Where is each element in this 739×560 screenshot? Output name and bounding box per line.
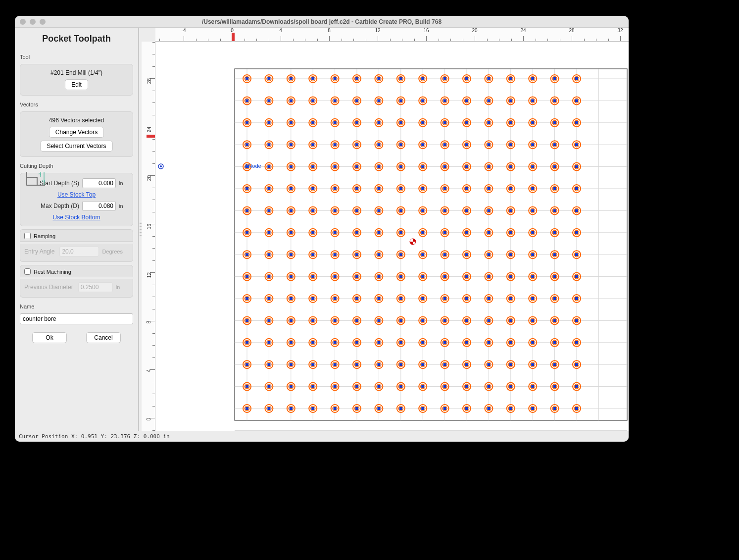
svg-rect-730 — [355, 385, 358, 388]
svg-rect-121 — [465, 99, 468, 102]
svg-rect-496 — [399, 275, 402, 278]
svg-rect-163 — [421, 121, 424, 124]
svg-rect-385 — [290, 231, 293, 234]
svg-rect-595 — [421, 319, 424, 322]
svg-rect-559 — [509, 297, 512, 300]
svg-rect-286 — [267, 187, 270, 190]
svg-rect-376 — [575, 209, 578, 212]
svg-rect-523 — [246, 297, 248, 300]
svg-rect-196 — [311, 143, 314, 146]
svg-rect-85 — [553, 77, 556, 80]
svg-rect-694 — [443, 363, 446, 366]
ramping-checkbox[interactable] — [24, 233, 31, 239]
svg-rect-397 — [377, 231, 380, 234]
svg-rect-679 — [334, 363, 337, 366]
svg-rect-136 — [575, 99, 578, 102]
svg-rect-664 — [575, 341, 578, 344]
svg-rect-334 — [267, 209, 270, 212]
svg-rect-547 — [421, 297, 424, 300]
svg-rect-655 — [509, 341, 512, 344]
svg-rect-100 — [311, 99, 314, 102]
change-vectors-button[interactable]: Change Vectors — [49, 127, 104, 138]
svg-rect-319 — [509, 187, 512, 190]
svg-rect-52 — [311, 77, 314, 80]
svg-rect-223 — [509, 143, 512, 146]
ok-button[interactable]: Ok — [32, 332, 67, 343]
svg-rect-484 — [311, 275, 314, 278]
svg-rect-211 — [421, 143, 424, 146]
svg-rect-778 — [355, 407, 358, 410]
svg-rect-388 — [311, 231, 314, 234]
select-current-vectors-button[interactable]: Select Current Vectors — [40, 141, 112, 152]
svg-rect-658 — [531, 341, 534, 344]
svg-rect-184 — [575, 121, 578, 124]
svg-rect-625 — [290, 341, 293, 344]
close-icon[interactable] — [20, 19, 26, 25]
svg-rect-733 — [377, 385, 380, 388]
svg-rect-358 — [443, 209, 446, 212]
svg-rect-289 — [290, 187, 293, 190]
svg-rect-766 — [267, 407, 270, 410]
svg-rect-364 — [487, 209, 490, 212]
svg-rect-316 — [487, 187, 490, 190]
max-depth-input[interactable] — [82, 201, 116, 211]
svg-rect-280 — [575, 165, 578, 168]
svg-rect-736 — [399, 385, 402, 388]
toolpath-name-input[interactable] — [20, 313, 133, 324]
svg-rect-406 — [443, 231, 446, 234]
zoom-icon[interactable] — [40, 19, 46, 25]
svg-rect-448 — [399, 253, 402, 256]
use-stock-bottom-link[interactable]: Use Stock Bottom — [24, 214, 129, 221]
svg-rect-217 — [465, 143, 468, 146]
svg-rect-751 — [509, 385, 512, 388]
svg-rect-493 — [377, 275, 380, 278]
svg-rect-124 — [487, 99, 490, 102]
svg-rect-661 — [553, 341, 556, 344]
design-viewport[interactable]: ANode — [155, 42, 629, 431]
svg-rect-634 — [355, 341, 358, 344]
svg-rect-91 — [246, 99, 248, 102]
svg-rect-331 — [246, 209, 248, 212]
svg-rect-793 — [465, 407, 468, 410]
svg-rect-763 — [246, 407, 248, 410]
svg-rect-88 — [575, 77, 578, 80]
svg-rect-49 — [290, 77, 293, 80]
svg-rect-718 — [267, 385, 270, 388]
svg-rect-676 — [311, 363, 314, 366]
svg-rect-556 — [487, 297, 490, 300]
svg-rect-682 — [355, 363, 358, 366]
svg-rect-148 — [311, 121, 314, 124]
svg-rect-313 — [465, 187, 468, 190]
svg-rect-685 — [377, 363, 380, 366]
svg-rect-340 — [311, 209, 314, 212]
cutting-depth-label: Cutting Depth — [20, 163, 133, 169]
svg-rect-538 — [355, 297, 358, 300]
svg-rect-337 — [290, 209, 293, 212]
use-stock-top-link[interactable]: Use Stock Top — [24, 191, 129, 198]
svg-rect-637 — [377, 341, 380, 344]
svg-rect-526 — [267, 297, 270, 300]
svg-rect-808 — [575, 407, 578, 410]
cancel-button[interactable]: Cancel — [86, 332, 121, 343]
svg-rect-247 — [334, 165, 337, 168]
svg-rect-622 — [267, 341, 270, 344]
content: Pocket Toolpath Tool #201 End Mill (1/4"… — [15, 28, 629, 431]
svg-rect-421 — [553, 231, 556, 234]
svg-rect-616 — [575, 319, 578, 322]
cursor-position: Cursor Position X: 0.951 Y: 23.376 Z: 0.… — [19, 433, 170, 440]
svg-rect-586 — [355, 319, 358, 322]
svg-rect-697 — [465, 363, 468, 366]
minimize-icon[interactable] — [30, 19, 36, 25]
max-depth-label: Max Depth (D) — [24, 203, 79, 209]
svg-rect-442 — [355, 253, 358, 256]
svg-rect-469 — [553, 253, 556, 256]
svg-rect-103 — [334, 99, 337, 102]
start-depth-input[interactable] — [82, 178, 116, 188]
svg-rect-58 — [355, 77, 358, 80]
svg-rect-271 — [509, 165, 512, 168]
svg-text:S: S — [39, 172, 41, 176]
edit-tool-button[interactable]: Edit — [65, 79, 88, 90]
rest-machining-checkbox[interactable] — [24, 268, 31, 275]
svg-text:D: D — [42, 179, 45, 183]
svg-rect-43 — [246, 77, 248, 80]
